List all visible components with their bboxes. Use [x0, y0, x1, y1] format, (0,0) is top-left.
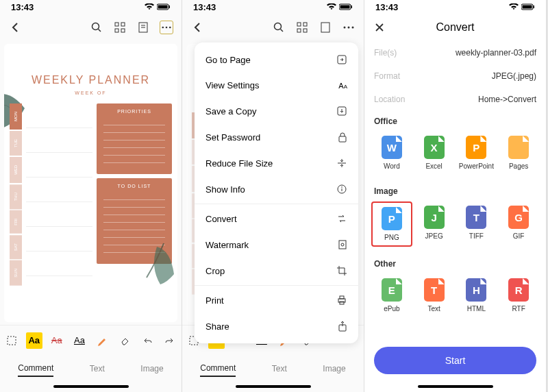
- svg-rect-43: [523, 5, 532, 9]
- format-rtf[interactable]: RRTF: [498, 274, 539, 317]
- menu-print[interactable]: Print: [195, 287, 358, 313]
- format-gif[interactable]: GGIF: [498, 201, 539, 247]
- more-icon[interactable]: [160, 21, 173, 34]
- menu-show-info[interactable]: Show Info: [195, 176, 358, 202]
- day-tab: THU: [10, 184, 22, 209]
- tab-comment[interactable]: Comment: [200, 360, 236, 377]
- format-jpeg[interactable]: JJPEG: [414, 201, 455, 247]
- topbar: [182, 14, 364, 41]
- svg-rect-15: [8, 336, 16, 345]
- page-icon[interactable]: [319, 21, 332, 34]
- search-icon[interactable]: [90, 21, 103, 34]
- grid-icon[interactable]: [295, 21, 309, 34]
- panel-menu: 13:43 MONTUEWEDTHUFRISATSUN Go to Page V…: [182, 0, 364, 392]
- section-office: Office: [364, 111, 546, 129]
- format-png[interactable]: PPNG: [371, 201, 412, 247]
- svg-rect-44: [534, 5, 535, 8]
- wifi-icon: [327, 3, 336, 10]
- highlight-tool[interactable]: Aa: [26, 332, 42, 349]
- strikethrough-tool[interactable]: Aa: [49, 332, 65, 349]
- start-button[interactable]: Start: [374, 347, 536, 374]
- lines-column: [26, 103, 92, 287]
- info-icon: [336, 184, 347, 195]
- svg-line-20: [281, 29, 284, 32]
- day-tab: WED: [10, 157, 22, 183]
- format-text[interactable]: TText: [414, 274, 455, 317]
- print-icon: [336, 295, 347, 306]
- status-bar: 13:43: [364, 0, 546, 14]
- day-tab: SAT: [10, 235, 22, 259]
- status-icons: [145, 3, 171, 10]
- tab-text[interactable]: Text: [272, 361, 287, 376]
- format-html[interactable]: HHTML: [456, 274, 497, 317]
- back-icon[interactable]: [8, 21, 22, 34]
- svg-line-4: [99, 29, 101, 32]
- battery-icon: [521, 3, 535, 10]
- svg-rect-5: [115, 23, 119, 26]
- tab-image[interactable]: Image: [323, 361, 345, 376]
- document-view[interactable]: WEEKLY PLANNER WEEK OF MON TUE WED THU F…: [4, 44, 177, 322]
- info-files[interactable]: File(s)weekly-planner-03.pdf: [364, 41, 546, 64]
- svg-rect-38: [340, 296, 344, 299]
- save-icon: [336, 106, 347, 117]
- back-icon[interactable]: [190, 21, 204, 34]
- day-tab: MON: [10, 103, 22, 130]
- menu-set-password[interactable]: Set Password: [195, 124, 358, 150]
- format-epub[interactable]: EePub: [371, 274, 412, 317]
- menu-watermark[interactable]: Watermark: [195, 232, 358, 258]
- format-pages[interactable]: Pages: [498, 132, 539, 174]
- bottom-tabs: Comment Text Image: [0, 355, 182, 382]
- info-location[interactable]: LocationHome->Convert: [364, 88, 546, 111]
- share-icon: [338, 321, 347, 332]
- status-icons: [327, 3, 353, 10]
- format-word[interactable]: WWord: [371, 132, 412, 174]
- convert-icon: [336, 213, 347, 224]
- compress-icon: [336, 158, 347, 169]
- search-icon[interactable]: [272, 21, 286, 34]
- status-bar: 13:43: [0, 0, 182, 14]
- close-icon[interactable]: [373, 21, 386, 34]
- svg-point-26: [344, 27, 346, 29]
- svg-rect-25: [321, 23, 329, 32]
- status-icons: [509, 3, 535, 10]
- more-icon[interactable]: [342, 21, 356, 34]
- watermark-icon: [338, 239, 347, 250]
- format-powerpoint[interactable]: PPowerPoint: [456, 132, 497, 174]
- tab-comment[interactable]: Comment: [18, 360, 53, 377]
- eraser-tool[interactable]: [116, 332, 133, 349]
- select-tool[interactable]: [3, 332, 20, 349]
- menu-save-copy[interactable]: Save a Copy: [195, 98, 358, 124]
- menu-convert[interactable]: Convert: [195, 206, 358, 232]
- menu-view-settings[interactable]: View SettingsAA: [195, 73, 358, 98]
- tab-text[interactable]: Text: [90, 361, 105, 376]
- grid-icon[interactable]: [113, 21, 127, 34]
- svg-rect-1: [158, 5, 168, 9]
- menu-goto[interactable]: Go to Page: [195, 47, 358, 73]
- day-tab: SUN: [10, 260, 22, 286]
- convert-title: Convert: [386, 21, 524, 34]
- svg-rect-7: [115, 29, 119, 32]
- other-grid: EePub TText HHTML RRTF: [364, 271, 546, 323]
- tab-image[interactable]: Image: [140, 361, 163, 376]
- svg-point-3: [92, 23, 99, 30]
- home-indicator: [236, 385, 311, 388]
- svg-point-36: [341, 243, 344, 246]
- page-icon[interactable]: [136, 21, 150, 34]
- info-format[interactable]: FormatJPEG(.jpeg): [364, 64, 546, 88]
- section-other: Other: [364, 254, 546, 271]
- svg-rect-35: [339, 241, 346, 249]
- menu-crop[interactable]: Crop: [195, 258, 358, 284]
- undo-tool[interactable]: [139, 332, 155, 349]
- underline-tool[interactable]: Aa: [71, 332, 88, 349]
- svg-point-14: [169, 27, 171, 29]
- pen-tool[interactable]: [94, 332, 110, 349]
- format-tiff[interactable]: TTIFF: [456, 201, 497, 247]
- format-excel[interactable]: XExcel: [414, 132, 455, 174]
- planner-title: WEEKLY PLANNER: [4, 44, 177, 90]
- home-indicator: [53, 385, 129, 388]
- redo-tool[interactable]: [162, 332, 178, 349]
- menu-share[interactable]: Share: [195, 313, 358, 339]
- menu-reduce-size[interactable]: Reduce File Size: [195, 150, 358, 176]
- svg-rect-18: [351, 5, 353, 8]
- panel-viewer: 13:43 WEEKLY PLANNER WEEK OF MON TUE WED…: [0, 0, 182, 392]
